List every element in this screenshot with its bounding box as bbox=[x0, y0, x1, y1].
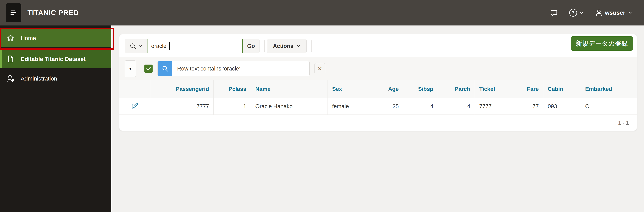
header-actions: ? wsuser bbox=[550, 9, 633, 17]
report-table: Passengerid Pclass Name Sex Age Sibsp Pa… bbox=[119, 80, 637, 131]
table-header-row: Passengerid Pclass Name Sex Age Sibsp Pa… bbox=[119, 80, 637, 98]
remove-filter-button[interactable]: ✕ bbox=[314, 63, 325, 74]
cell-embarked: C bbox=[580, 98, 637, 115]
admin-wrench-icon bbox=[6, 74, 14, 82]
cell-cabin: 093 bbox=[543, 98, 580, 115]
search-bar-group: Go bbox=[124, 39, 260, 53]
cell-passengerid: 7777 bbox=[150, 98, 214, 115]
create-new-data-button[interactable]: 新規データの登録 bbox=[571, 36, 633, 51]
help-icon: ? bbox=[569, 9, 577, 17]
sidebar-toggle-button[interactable] bbox=[6, 3, 21, 22]
search-input[interactable] bbox=[147, 39, 242, 53]
table-row: 7777 1 Oracle Hanako female 25 4 4 7777 … bbox=[119, 98, 637, 115]
hamburger-menu-icon bbox=[9, 8, 18, 17]
chat-bubble-icon bbox=[550, 9, 558, 17]
cell-pclass: 1 bbox=[214, 98, 251, 115]
go-button[interactable]: Go bbox=[242, 39, 260, 53]
pagination-range-label: 1 - 1 bbox=[618, 120, 629, 126]
edit-pencil-icon bbox=[131, 102, 139, 110]
column-header-sex[interactable]: Sex bbox=[328, 80, 374, 98]
column-header-age[interactable]: Age bbox=[374, 80, 403, 98]
row-edit-cell bbox=[119, 98, 150, 115]
search-icon bbox=[129, 42, 136, 50]
checkmark-icon bbox=[146, 66, 152, 71]
search-input-wrap bbox=[147, 39, 242, 53]
app-header: TITANIC PRED ? wsuser bbox=[0, 0, 644, 26]
text-cursor bbox=[169, 42, 170, 50]
user-name-label: wsuser bbox=[605, 9, 625, 16]
column-header-sibsp[interactable]: Sibsp bbox=[403, 80, 438, 98]
help-menu-button[interactable]: ? bbox=[569, 9, 584, 17]
sidebar-nav: Home Editable Titanic Dataset Administra… bbox=[0, 26, 111, 212]
filter-condition-text: Row text contains 'oracle' bbox=[172, 61, 240, 76]
actions-label: Actions bbox=[273, 43, 294, 49]
column-header-passengerid[interactable]: Passengerid bbox=[150, 80, 214, 98]
sidebar-item-editable-titanic-dataset[interactable]: Editable Titanic Dataset bbox=[0, 50, 111, 68]
sidebar-item-label: Administration bbox=[21, 75, 57, 82]
sidebar-item-home[interactable]: Home bbox=[0, 29, 111, 47]
column-header-ticket[interactable]: Ticket bbox=[475, 80, 511, 98]
toolbar-divider bbox=[311, 40, 312, 52]
column-header-embarked[interactable]: Embarked bbox=[580, 80, 637, 98]
actions-menu-button[interactable]: Actions bbox=[267, 39, 307, 53]
cell-ticket: 7777 bbox=[475, 98, 511, 115]
user-menu-button[interactable]: wsuser bbox=[595, 9, 633, 17]
chevron-down-icon bbox=[579, 10, 584, 15]
close-icon: ✕ bbox=[318, 65, 322, 72]
main-content: Go Actions 新規データの登録 ▼ bbox=[111, 26, 644, 212]
chat-button[interactable] bbox=[550, 9, 558, 17]
sidebar-item-label: Editable Titanic Dataset bbox=[21, 56, 86, 62]
app-title: TITANIC PRED bbox=[28, 9, 79, 17]
chevron-down-icon bbox=[296, 44, 301, 48]
column-header-name[interactable]: Name bbox=[251, 80, 328, 98]
cell-sex: female bbox=[328, 98, 374, 115]
edit-row-button[interactable] bbox=[131, 102, 139, 110]
cell-fare: 77 bbox=[511, 98, 543, 115]
filter-condition-chip[interactable]: Row text contains 'oracle' bbox=[158, 61, 310, 76]
column-header-edit bbox=[119, 80, 150, 98]
column-header-pclass[interactable]: Pclass bbox=[214, 80, 251, 98]
report-settings-toggle-button[interactable]: ▼ bbox=[124, 60, 136, 77]
cell-parch: 4 bbox=[438, 98, 475, 115]
cell-name: Oracle Hanako bbox=[251, 98, 328, 115]
search-column-selector[interactable] bbox=[124, 39, 147, 53]
column-header-fare[interactable]: Fare bbox=[511, 80, 543, 98]
cell-sibsp: 4 bbox=[403, 98, 438, 115]
column-header-cabin[interactable]: Cabin bbox=[543, 80, 580, 98]
cell-age: 25 bbox=[374, 98, 403, 115]
search-filter-icon bbox=[158, 61, 172, 76]
chevron-down-icon bbox=[138, 44, 142, 48]
triangle-down-icon: ▼ bbox=[128, 66, 132, 71]
filter-bar: ▼ Row text contains 'oracle' ✕ bbox=[119, 57, 637, 80]
pagination: 1 - 1 bbox=[119, 115, 637, 131]
filter-enabled-checkbox[interactable] bbox=[144, 65, 152, 73]
report-card: Go Actions 新規データの登録 ▼ bbox=[119, 34, 637, 131]
document-icon bbox=[6, 55, 14, 63]
column-header-parch[interactable]: Parch bbox=[438, 80, 475, 98]
home-icon bbox=[6, 34, 14, 42]
chevron-down-icon bbox=[628, 10, 633, 16]
sidebar-item-administration[interactable]: Administration bbox=[0, 69, 111, 88]
sidebar-item-label: Home bbox=[21, 35, 36, 41]
toolbar-divider bbox=[264, 40, 264, 52]
person-icon bbox=[595, 9, 603, 17]
